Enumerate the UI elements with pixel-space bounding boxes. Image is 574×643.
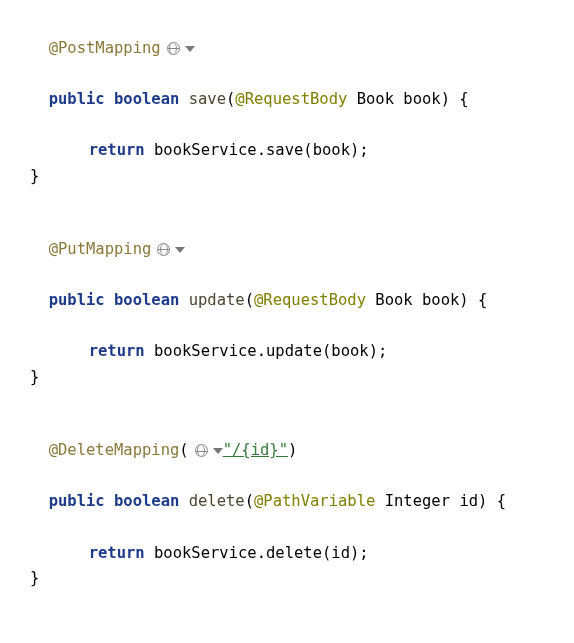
globe-icon[interactable]	[154, 237, 170, 263]
service-ref: bookService	[154, 141, 257, 159]
param-type: Integer	[385, 492, 450, 510]
annotation-requestbody: @RequestBody	[254, 291, 366, 309]
code-line[interactable]: }	[30, 164, 574, 190]
code-line[interactable]: return bookService.update(book);	[30, 314, 574, 365]
annotation-pathvariable: @PathVariable	[254, 492, 375, 510]
code-line[interactable]: return bookService.delete(id);	[30, 515, 574, 566]
param-name: book	[422, 291, 459, 309]
chevron-down-icon[interactable]	[211, 438, 223, 464]
chevron-down-icon[interactable]	[183, 639, 195, 643]
param-name: id	[459, 492, 478, 510]
code-line[interactable]: @GetMapping("/{id}")	[30, 614, 574, 643]
annotation-requestbody: @RequestBody	[235, 90, 347, 108]
method-call: .delete(id);	[257, 544, 369, 562]
code-line[interactable]: }	[30, 365, 574, 391]
param-type: Book	[357, 90, 394, 108]
code-line[interactable]: @PostMapping	[30, 10, 574, 61]
code-line[interactable]: public boolean save(@RequestBody Book bo…	[30, 61, 574, 112]
code-line[interactable]: @PutMapping	[30, 211, 574, 262]
code-line[interactable]: @DeleteMapping("/{id}")	[30, 412, 574, 463]
chevron-down-icon[interactable]	[183, 36, 195, 62]
keyword-return: return	[89, 342, 145, 360]
keyword-public: public	[49, 90, 105, 108]
service-ref: bookService	[154, 544, 257, 562]
keyword-return: return	[89, 544, 145, 562]
keyword-return: return	[89, 141, 145, 159]
code-line[interactable]: public boolean delete(@PathVariable Inte…	[30, 464, 574, 515]
param-type: Book	[375, 291, 412, 309]
annotation-putmapping: @PutMapping	[49, 240, 152, 258]
keyword-public: public	[49, 492, 105, 510]
code-line[interactable]: return bookService.save(book);	[30, 113, 574, 164]
method-delete: delete	[189, 492, 245, 510]
globe-icon[interactable]	[164, 36, 180, 62]
param-name: book	[403, 90, 440, 108]
method-save: save	[189, 90, 226, 108]
keyword-boolean: boolean	[114, 291, 179, 309]
service-ref: bookService	[154, 342, 257, 360]
keyword-boolean: boolean	[114, 90, 179, 108]
method-call: .update(book);	[257, 342, 388, 360]
method-update: update	[189, 291, 245, 309]
code-line[interactable]: public boolean update(@RequestBody Book …	[30, 263, 574, 314]
keyword-public: public	[49, 291, 105, 309]
chevron-down-icon[interactable]	[173, 237, 185, 263]
annotation-postmapping: @PostMapping	[49, 39, 161, 57]
path-literal: "/{id}"	[223, 441, 288, 459]
globe-icon[interactable]	[164, 639, 180, 643]
keyword-boolean: boolean	[114, 492, 179, 510]
code-line[interactable]: }	[30, 566, 574, 592]
annotation-deletemapping: @DeleteMapping	[49, 441, 180, 459]
method-call: .save(book);	[257, 141, 369, 159]
globe-icon[interactable]	[192, 438, 208, 464]
